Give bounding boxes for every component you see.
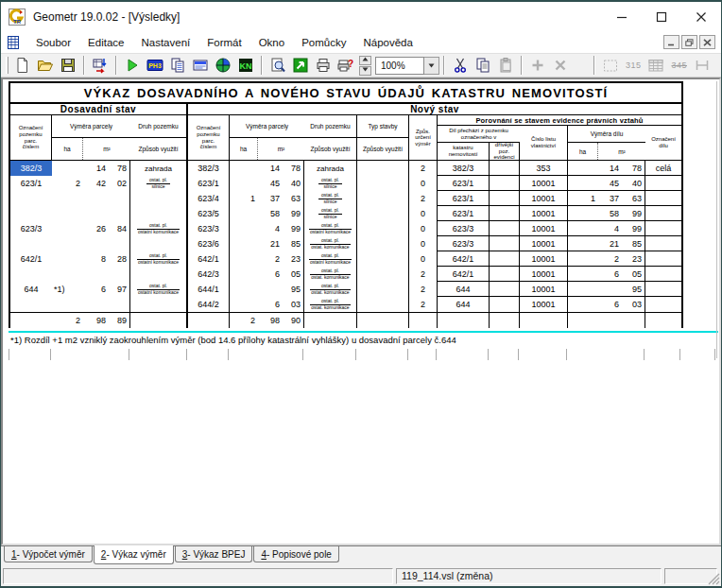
cell-katastr[interactable]: 623/1 xyxy=(438,206,490,221)
cell-new-m2a[interactable]: 58 xyxy=(258,206,283,221)
cell-new-parcel[interactable]: 642/3 xyxy=(188,267,230,282)
menu-item-nastaveni[interactable]: Nastavení xyxy=(132,34,198,51)
cell-dil-m2a[interactable]: 37 xyxy=(598,191,622,206)
cell-cislo-lv[interactable]: 10001 xyxy=(520,282,568,297)
cell-new-druh[interactable]: ostat. pl.ostat. komunikace xyxy=(304,236,357,251)
total-lv[interactable] xyxy=(520,313,568,328)
open-file-button[interactable] xyxy=(34,55,57,76)
cell-zpus-urceni[interactable]: 2 xyxy=(409,191,438,206)
cell-oznaceni-dilu[interactable] xyxy=(645,221,681,236)
tab-vykaz-vymer[interactable]: 2 - Výkaz výměr xyxy=(94,545,174,564)
cell-oznaceni-dilu[interactable] xyxy=(645,176,681,191)
cell-new-druh[interactable]: ostat. pl.ostat. komunikace xyxy=(304,267,357,282)
cell-typ-stavby[interactable] xyxy=(357,206,409,221)
cell-new-parcel[interactable]: 642/1 xyxy=(188,251,230,267)
cell-oznaceni-dilu[interactable] xyxy=(645,297,681,312)
cell-old-m2a[interactable]: 8 xyxy=(83,251,109,267)
cell-drivejsi-evidence[interactable] xyxy=(490,282,520,297)
cell-old-parcel[interactable] xyxy=(10,206,52,221)
cell-new-m2a[interactable] xyxy=(258,282,283,297)
cell-new-druh[interactable]: ostat. pl.ostatní komunikace xyxy=(304,221,357,236)
cell-old-druh[interactable] xyxy=(130,267,188,282)
zoom-dropdown-button[interactable] xyxy=(424,57,439,75)
export-button[interactable] xyxy=(289,55,312,76)
cell-katastr[interactable]: 623/1 xyxy=(438,191,490,206)
cell-new-ha[interactable] xyxy=(230,236,258,251)
cell-dil-m2b[interactable]: 99 xyxy=(622,221,645,236)
cell-dil-m2b[interactable]: 05 xyxy=(622,267,645,282)
cell-oznaceni-dilu[interactable] xyxy=(645,267,681,282)
cell-dil-m2a[interactable]: 2 xyxy=(598,251,622,267)
cell-oznaceni-dilu[interactable] xyxy=(645,236,681,251)
cell-cislo-lv[interactable]: 353 xyxy=(520,161,568,176)
cell-new-druh[interactable]: ostat. pl.ostat. komunikace xyxy=(304,282,357,297)
menu-item-napoveda[interactable]: Nápověda xyxy=(354,34,421,51)
total-katastr[interactable] xyxy=(438,313,490,328)
cell-zpus-urceni[interactable]: 2 xyxy=(409,267,438,282)
cell-new-m2a[interactable]: 6 xyxy=(258,267,283,282)
import-export-button[interactable] xyxy=(89,55,112,76)
cell-new-ha[interactable] xyxy=(230,221,258,236)
cell-new-druh[interactable]: ostat. pl.silnice xyxy=(304,206,357,221)
cell-old-parcel[interactable] xyxy=(10,297,52,312)
cell-dil-ha[interactable] xyxy=(568,161,598,176)
cell-old-m2a[interactable]: 42 xyxy=(83,176,109,191)
total-old-m2a[interactable]: 98 xyxy=(83,313,109,328)
cell-oznaceni-dilu[interactable] xyxy=(645,206,681,221)
cell-drivejsi-evidence[interactable] xyxy=(490,297,520,312)
cell-new-ha[interactable]: 1 xyxy=(230,191,258,206)
save-button[interactable] xyxy=(57,55,79,76)
cell-drivejsi-evidence[interactable] xyxy=(490,191,520,206)
cell-drivejsi-evidence[interactable] xyxy=(490,221,520,236)
cell-drivejsi-evidence[interactable] xyxy=(490,236,520,251)
cell-new-ha[interactable] xyxy=(230,297,258,312)
cell-dil-m2b[interactable]: 63 xyxy=(622,191,645,206)
cell-old-druh[interactable]: ostat. pl.silnice xyxy=(130,176,188,191)
cell-new-ha[interactable] xyxy=(230,267,258,282)
cell-new-m2a[interactable]: 2 xyxy=(258,251,283,267)
minimize-button[interactable] xyxy=(602,2,642,31)
cell-dil-m2a[interactable]: 21 xyxy=(598,236,622,251)
cell-new-parcel[interactable]: 623/4 xyxy=(188,191,230,206)
cell-cislo-lv[interactable]: 10001 xyxy=(520,236,568,251)
total-old-druh[interactable] xyxy=(130,313,188,328)
cell-new-ha[interactable] xyxy=(230,161,258,176)
cell-old-druh[interactable]: ostat. pl.ostatní komunikace xyxy=(130,251,188,267)
cell-zpus-urceni[interactable]: 0 xyxy=(409,221,438,236)
spinner-down-button[interactable] xyxy=(359,66,371,76)
total-new-ha[interactable]: 2 xyxy=(230,313,258,328)
cell-old-m2b[interactable]: 97 xyxy=(109,282,130,297)
cell-new-druh[interactable]: ostat. pl.silnice xyxy=(304,176,357,191)
copy-button[interactable] xyxy=(472,55,494,76)
cell-new-ha[interactable] xyxy=(230,206,258,221)
cell-old-m2a[interactable] xyxy=(83,236,109,251)
cell-old-ha[interactable] xyxy=(52,251,83,267)
cell-oznaceni-dilu[interactable] xyxy=(645,251,681,267)
cell-dil-m2b[interactable]: 85 xyxy=(622,236,645,251)
cell-dil-m2a[interactable]: 6 xyxy=(598,267,622,282)
cell-new-ha[interactable] xyxy=(230,251,258,267)
cell-dil-m2b[interactable]: 95 xyxy=(622,282,645,297)
cell-old-ha[interactable] xyxy=(52,267,83,282)
cell-new-parcel[interactable]: 644/1 xyxy=(188,282,230,297)
cell-dil-ha[interactable] xyxy=(568,282,598,297)
total-new-m2b[interactable]: 90 xyxy=(283,313,304,328)
cell-new-m2b[interactable]: 63 xyxy=(283,191,304,206)
cell-old-m2b[interactable]: 28 xyxy=(109,251,130,267)
cell-new-parcel[interactable]: 623/3 xyxy=(188,221,230,236)
cell-zpus-urceni[interactable]: 0 xyxy=(409,251,438,267)
cell-new-m2a[interactable]: 14 xyxy=(258,161,283,176)
cell-old-ha[interactable] xyxy=(52,297,83,312)
cell-oznaceni-dilu[interactable]: celá xyxy=(645,161,681,176)
cell-new-parcel[interactable]: 623/6 xyxy=(188,236,230,251)
cell-new-m2a[interactable]: 4 xyxy=(258,221,283,236)
cell-old-druh[interactable]: zahrada xyxy=(130,161,188,176)
cell-new-m2b[interactable]: 95 xyxy=(283,282,304,297)
spinner-up-button[interactable] xyxy=(359,56,371,65)
total-drivejsi[interactable] xyxy=(490,313,520,328)
protocols-button[interactable] xyxy=(166,55,189,76)
cell-cislo-lv[interactable]: 10001 xyxy=(520,176,568,191)
cell-old-m2a[interactable] xyxy=(83,297,109,312)
total-oznaceni[interactable] xyxy=(645,313,681,328)
resize-grip-icon[interactable] xyxy=(708,573,720,585)
